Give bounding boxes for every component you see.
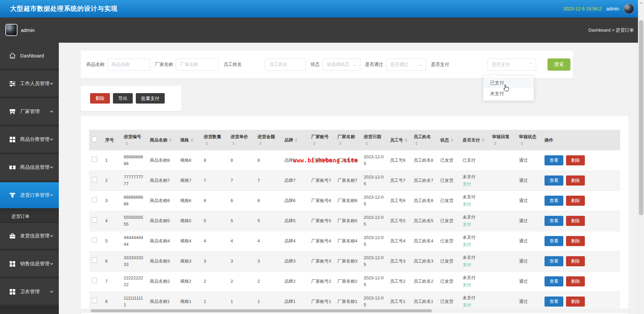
sort-icon[interactable]	[365, 141, 368, 147]
view-button[interactable]: 查看	[545, 155, 563, 165]
sidebar-subitem[interactable]: 进货订单	[0, 210, 59, 223]
dropdown-option[interactable]: 未支付	[483, 88, 534, 99]
sort-icon[interactable]	[125, 141, 128, 147]
cell-employee-name: 员工姓名2	[411, 271, 438, 291]
sidebar-item[interactable]: 商品信息管理	[0, 154, 59, 182]
sort-icon[interactable]	[482, 137, 484, 143]
row-checkbox[interactable]	[92, 197, 97, 202]
row-delete-button[interactable]: 删除	[566, 256, 585, 266]
sidebar-item[interactable]: 工作人员管理	[0, 71, 59, 99]
pay-link[interactable]: 支付	[462, 181, 487, 188]
sidebar-item[interactable]: Dashboard	[0, 43, 59, 71]
export-button[interactable]: 导出	[113, 93, 133, 104]
filter-select-6[interactable]: 是否支付⌃	[487, 58, 536, 71]
topbar-username[interactable]: admin	[606, 6, 619, 11]
column-header-order-no[interactable]: 进货编号	[121, 130, 147, 150]
sidebar-item[interactable]: 厂家管理	[0, 99, 59, 126]
column-header-unit-price[interactable]: 进货单价	[228, 130, 255, 150]
delete-button[interactable]: 删除	[90, 93, 110, 104]
pay-link[interactable]: 支付	[462, 221, 487, 228]
cell-order-no: 3333333333	[121, 251, 147, 271]
column-header-spec[interactable]: 规格	[177, 130, 201, 150]
column-header-vendor-account[interactable]: 厂家账号	[309, 130, 335, 150]
row-checkbox[interactable]	[92, 177, 97, 182]
row-checkbox[interactable]	[92, 298, 97, 303]
filter-input-3[interactable]	[265, 58, 306, 71]
sidebar-item[interactable]: 进货订单管理	[0, 182, 59, 210]
filter-select-4[interactable]: 请选择状态⌄	[322, 58, 360, 71]
view-button[interactable]: 查看	[545, 216, 563, 226]
sidebar-item[interactable]: 卫衣管理	[0, 279, 59, 307]
column-header-status[interactable]: 状态	[438, 130, 460, 150]
row-checkbox[interactable]	[92, 278, 97, 283]
sort-icon[interactable]	[205, 141, 208, 147]
view-button[interactable]: 查看	[545, 196, 563, 206]
column-header-review-reply[interactable]: 审核回复	[489, 130, 516, 150]
row-checkbox[interactable]	[92, 258, 97, 263]
avatar[interactable]	[624, 4, 634, 14]
row-delete-button[interactable]: 删除	[566, 175, 585, 186]
row-checkbox[interactable]	[92, 237, 97, 243]
avatar[interactable]	[5, 24, 17, 36]
sort-icon[interactable]	[451, 137, 453, 143]
sort-icon[interactable]	[405, 137, 407, 143]
sort-icon[interactable]	[232, 141, 235, 147]
sort-icon[interactable]	[259, 141, 262, 147]
filter-select-5[interactable]: 是否通过⌄	[386, 58, 426, 71]
row-delete-button[interactable]: 删除	[566, 196, 585, 206]
column-header-employee-no[interactable]: 员工号	[387, 130, 411, 150]
pay-link[interactable]: 支付	[462, 282, 487, 288]
view-button[interactable]: 查看	[545, 276, 563, 286]
vertical-scrollbar[interactable]: ▲	[638, 0, 644, 314]
view-button[interactable]: 查看	[545, 236, 563, 246]
filter-input-1[interactable]	[107, 58, 150, 71]
column-header-employee-name[interactable]: 员工姓名	[411, 130, 438, 150]
sort-icon[interactable]	[494, 141, 496, 147]
sort-icon[interactable]	[191, 137, 193, 143]
view-button[interactable]: 查看	[545, 297, 563, 307]
horizontal-scrollbar-thumb[interactable]	[91, 309, 432, 312]
vertical-scrollbar-thumb[interactable]	[639, 20, 643, 215]
view-button[interactable]: 查看	[545, 175, 563, 186]
scroll-up-arrow-icon[interactable]: ▲	[638, 0, 644, 5]
dropdown-option[interactable]: 已支付	[483, 77, 534, 88]
view-button[interactable]: 查看	[545, 256, 563, 266]
row-delete-button[interactable]: 删除	[566, 276, 585, 286]
column-header-paid[interactable]: 是否支付	[460, 130, 489, 150]
filter-input-2[interactable]	[176, 58, 219, 71]
sort-icon[interactable]	[339, 141, 342, 147]
sort-icon[interactable]	[169, 137, 172, 143]
sort-icon[interactable]	[295, 137, 297, 143]
column-header-label: 进货金额	[257, 134, 275, 139]
search-button[interactable]: 搜索	[548, 58, 570, 71]
sidebar-item[interactable]: 发货信息管理	[0, 223, 59, 251]
header-checkbox[interactable]	[92, 136, 97, 142]
pay-link[interactable]: 支付	[462, 201, 487, 208]
column-header-qty[interactable]: 进货数量	[201, 130, 228, 150]
sort-icon[interactable]	[415, 141, 418, 147]
row-delete-button[interactable]: 删除	[566, 155, 585, 165]
cell-purchase-date: 2023-12-05	[361, 150, 387, 170]
breadcrumb[interactable]: Dashboard > 进货订单	[589, 17, 634, 43]
sidebar-item[interactable]: 销售信息管理	[0, 251, 59, 279]
pay-link[interactable]: 支付	[462, 241, 487, 248]
cell-employee-no: 员工号7	[387, 170, 411, 191]
batch-pay-button[interactable]: 批量支付	[136, 93, 165, 104]
sort-icon[interactable]	[313, 141, 316, 147]
column-header-vendor-name[interactable]: 厂家名称	[335, 130, 361, 150]
column-header-amount[interactable]: 进货金额	[255, 130, 282, 150]
pay-link[interactable]: 支付	[462, 262, 487, 268]
row-delete-button[interactable]: 删除	[566, 297, 585, 307]
pay-link[interactable]: 支付	[462, 302, 487, 309]
column-header-product-name[interactable]: 商品名称	[147, 130, 177, 150]
row-checkbox[interactable]	[92, 217, 97, 223]
row-checkbox[interactable]	[92, 157, 97, 162]
column-header-brand[interactable]: 品牌	[282, 130, 309, 150]
cell-amount: 4	[255, 231, 282, 251]
column-header-purchase-date[interactable]: 进货日期	[361, 130, 387, 150]
sidebar-item[interactable]: 商品分类管理	[0, 126, 59, 154]
column-header-review-status[interactable]: 审核状态	[516, 130, 542, 150]
sort-icon[interactable]	[521, 141, 523, 147]
row-delete-button[interactable]: 删除	[566, 216, 585, 226]
row-delete-button[interactable]: 删除	[566, 236, 585, 246]
